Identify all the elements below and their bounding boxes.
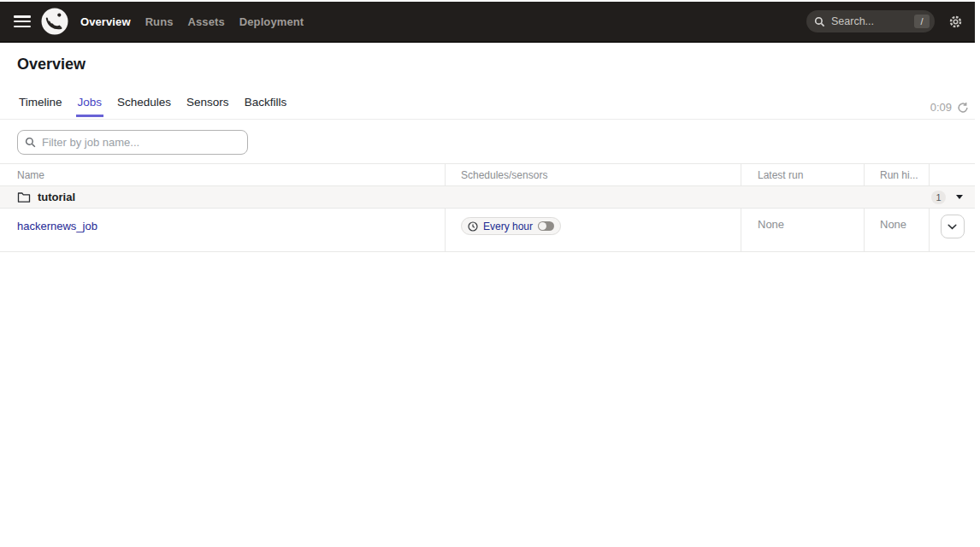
topbar-right: Search... / [806,10,963,32]
collapse-caret-icon[interactable] [956,195,963,199]
dagster-logo-icon[interactable] [41,8,68,35]
column-header-schedules: Schedules/sensors [445,164,741,185]
hamburger-menu-icon[interactable] [14,15,31,27]
page-scrollbar[interactable] [975,0,980,547]
chevron-down-icon [948,224,957,230]
search-icon [814,16,825,27]
schedule-chip[interactable]: Every hour [461,217,561,235]
tab-schedules[interactable]: Schedules [115,93,173,117]
tab-backfills[interactable]: Backfills [243,93,289,117]
column-header-run-history: Run hi... [864,164,929,185]
jobs-table: Name Schedules/sensors Latest run Run hi… [0,163,975,252]
overview-tabs: Timeline Jobs Schedules Sensors Backfill… [17,93,288,117]
tab-timeline[interactable]: Timeline [17,93,64,117]
global-search[interactable]: Search... / [806,10,935,32]
schedule-label: Every hour [483,221,533,232]
job-filter [17,130,248,155]
nav-item-runs[interactable]: Runs [145,15,174,28]
job-link[interactable]: hackernews_job [17,220,97,232]
schedule-cell: Every hour [445,209,741,251]
settings-gear-icon[interactable] [948,15,963,29]
folder-icon [17,191,31,203]
filter-search-icon [25,137,36,148]
table-header-row: Name Schedules/sensors Latest run Run hi… [0,164,975,186]
actions-cell [929,209,975,251]
search-shortcut-badge: / [914,15,930,28]
dagster-app: Overview Runs Assets Deployment Search..… [0,0,980,547]
column-header-latest-run: Latest run [741,164,864,185]
group-row-right: 1 [931,191,963,204]
nav-item-deployment[interactable]: Deployment [239,15,304,28]
repo-group-row[interactable]: tutorial 1 [0,186,975,209]
repo-group-name: tutorial [38,191,75,203]
refresh-countdown: 0:09 [930,101,969,114]
nav-item-assets[interactable]: Assets [188,15,225,28]
refresh-timer: 0:09 [930,101,952,114]
nav-item-overview[interactable]: Overview [80,15,131,28]
row-menu-button[interactable] [941,215,965,238]
schedule-toggle[interactable] [538,221,554,231]
job-count-badge: 1 [931,191,946,204]
tabbar-divider [0,119,975,120]
clock-icon [468,221,478,232]
primary-nav: Overview Runs Assets Deployment [80,15,304,28]
column-header-actions [929,164,975,185]
latest-run-cell: None [741,209,864,251]
search-placeholder: Search... [831,15,914,27]
top-navbar: Overview Runs Assets Deployment Search..… [0,2,975,43]
table-row: hackernews_job Every hour None None [0,209,975,252]
run-history-cell: None [864,209,929,251]
filter-input[interactable] [17,130,248,155]
tab-sensors[interactable]: Sensors [185,93,231,117]
page-title: Overview [17,56,86,74]
job-name-cell: hackernews_job [0,209,445,251]
refresh-icon[interactable] [957,102,969,114]
tab-jobs[interactable]: Jobs [76,93,104,117]
column-header-name: Name [0,164,445,185]
